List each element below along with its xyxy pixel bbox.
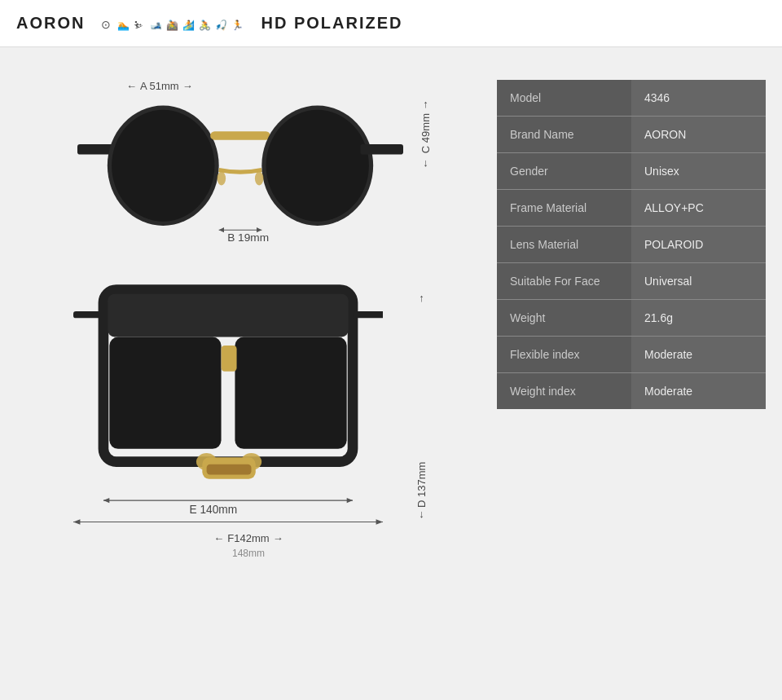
svg-rect-12 xyxy=(210,131,270,140)
spec-row: Suitable For FaceUniversal xyxy=(497,263,766,300)
spec-row: GenderUnisex xyxy=(497,153,766,190)
spec-row: Flexible indexModerate xyxy=(497,337,766,373)
svg-text:E 140mm: E 140mm xyxy=(190,504,238,516)
dim-d-arrow-down: ↓ xyxy=(419,508,424,520)
hd-polarized-label: HD POLARIZED xyxy=(261,14,402,33)
header: AORON ⊙ 🏊 ⛷ 🎿 🚵 🏄 🚴 🎣 🏃 HD POLARIZED xyxy=(0,0,782,47)
spec-label: Brand Name xyxy=(497,117,631,152)
dim-a-container: ← A 51mm → xyxy=(126,80,193,92)
dim-d-arrow-up: ↑ xyxy=(419,292,424,304)
svg-text:🏄: 🏄 xyxy=(182,19,195,31)
svg-text:🏃: 🏃 xyxy=(231,19,244,31)
svg-rect-27 xyxy=(222,346,237,372)
svg-rect-32 xyxy=(207,464,252,475)
specs-table: Model4346Brand NameAORONGenderUnisexFram… xyxy=(497,80,766,684)
dim-g-label: 148mm xyxy=(232,548,265,559)
svg-text:🎣: 🎣 xyxy=(215,19,227,31)
activity-icons-svg: ⊙ 🏊 ⛷ 🎿 🚵 🏄 🚴 🎣 🏃 xyxy=(99,12,246,35)
spec-row: Weight indexModerate xyxy=(497,373,766,409)
dim-f-arrow-left: ← xyxy=(213,532,224,544)
svg-rect-28 xyxy=(353,311,383,318)
spec-row: Lens MaterialPOLAROID xyxy=(497,227,766,263)
svg-rect-26 xyxy=(235,337,346,449)
spec-value: Moderate xyxy=(631,373,766,409)
spec-label: Weight xyxy=(497,300,631,336)
svg-text:🎿: 🎿 xyxy=(150,19,162,31)
spec-label: Weight index xyxy=(497,373,631,409)
spec-label: Lens Material xyxy=(497,227,631,262)
spec-label: Frame Material xyxy=(497,190,631,226)
dim-c-label: C 49mm xyxy=(420,113,432,153)
dim-c-arrow-down: ↓ xyxy=(423,156,428,169)
spec-value: ALLOY+PC xyxy=(631,190,766,226)
glasses-bottom-svg: E 140mm xyxy=(73,284,383,528)
spec-label: Model xyxy=(497,80,631,116)
main-content: ← A 51mm → xyxy=(0,47,782,700)
top-diagram: ← A 51mm → xyxy=(61,80,436,259)
spec-value: AORON xyxy=(631,117,766,152)
spec-label: Flexible index xyxy=(497,337,631,372)
dim-a-label: A 51mm xyxy=(140,80,179,92)
svg-marker-39 xyxy=(376,519,383,524)
svg-text:⊙: ⊙ xyxy=(101,18,111,31)
svg-rect-25 xyxy=(109,337,221,449)
dim-d-label: D 137mm xyxy=(415,304,428,508)
spec-value: Universal xyxy=(631,263,766,299)
diagram-section: ← A 51mm → xyxy=(16,72,481,684)
dim-f-arrow-right: → xyxy=(273,532,283,544)
svg-text:⛷: ⛷ xyxy=(134,20,143,31)
svg-point-11 xyxy=(112,110,214,222)
svg-rect-24 xyxy=(108,294,349,337)
dim-f-label: F142mm xyxy=(227,532,269,544)
svg-text:🚴: 🚴 xyxy=(199,19,211,31)
dim-f-container: ← F142mm → xyxy=(213,532,283,544)
bottom-diagram: ↑ D 137mm ↓ xyxy=(61,275,436,544)
dim-a-arrow-left: ← xyxy=(126,80,137,92)
glasses-top-svg: B 19mm xyxy=(77,95,403,245)
spec-row: Frame MaterialALLOY+PC xyxy=(497,190,766,227)
spec-row: Model4346 xyxy=(497,80,766,117)
svg-marker-35 xyxy=(347,498,353,503)
spec-value: 4346 xyxy=(631,80,766,116)
svg-point-14 xyxy=(266,110,369,222)
spec-value: Unisex xyxy=(631,153,766,189)
activity-icons: ⊙ 🏊 ⛷ 🎿 🚵 🏄 🚴 🎣 🏃 xyxy=(99,12,246,35)
brand-name: AORON xyxy=(16,14,85,33)
spec-value: Moderate xyxy=(631,337,766,372)
spec-row: Brand NameAORON xyxy=(497,117,766,153)
svg-rect-15 xyxy=(360,144,403,155)
svg-marker-38 xyxy=(73,519,80,524)
dim-c-arrow-up: ↑ xyxy=(423,98,428,110)
spec-row: Weight21.6g xyxy=(497,300,766,337)
spec-label: Suitable For Face xyxy=(497,263,631,299)
spec-label: Gender xyxy=(497,153,631,189)
svg-marker-19 xyxy=(219,227,224,232)
svg-marker-34 xyxy=(103,498,109,503)
dim-d-container: ↑ D 137mm ↓ xyxy=(415,292,428,520)
dim-a-arrow-right: → xyxy=(182,80,193,92)
svg-text:B 19mm: B 19mm xyxy=(227,231,269,244)
spec-value: 21.6g xyxy=(631,300,766,336)
dim-c-container: ↑ C 49mm ↓ xyxy=(420,98,432,169)
svg-text:🚵: 🚵 xyxy=(166,19,178,31)
svg-point-17 xyxy=(255,172,264,186)
svg-point-16 xyxy=(217,172,226,186)
svg-text:🏊: 🏊 xyxy=(117,19,130,31)
spec-value: POLAROID xyxy=(631,227,766,262)
